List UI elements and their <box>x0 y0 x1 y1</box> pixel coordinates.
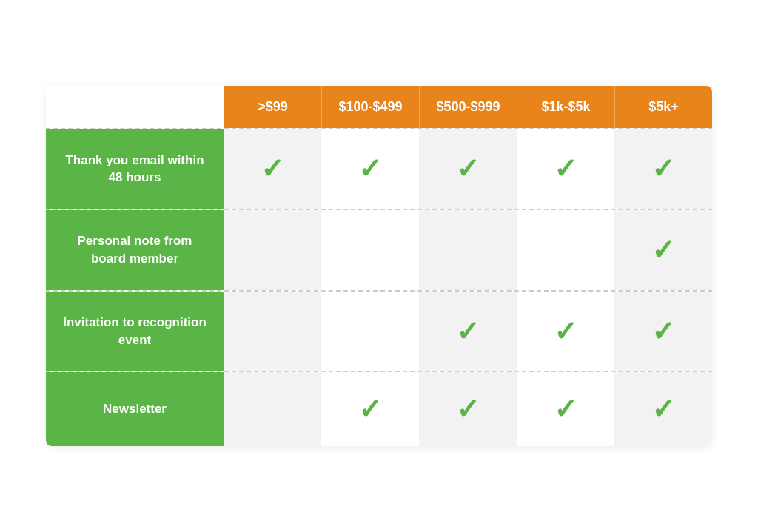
checkmark-icon: ✓ <box>456 395 480 423</box>
cell-row1-col1: ✓ <box>224 129 321 209</box>
cell-row2-col4 <box>517 210 614 290</box>
header-cell-col3: $500-$999 <box>419 86 517 128</box>
cell-row2-col3 <box>419 210 517 290</box>
cell-row2-col2 <box>321 210 419 290</box>
cell-row3-col3: ✓ <box>419 292 517 371</box>
comparison-table: >$99$100-$499$500-$999$1k-$5k$5k+ Thank … <box>46 86 712 447</box>
header-cell-col2: $100-$499 <box>321 86 419 128</box>
table-row-row1: Thank you email within 48 hours✓✓✓✓✓ <box>46 128 712 209</box>
cell-row4-col3: ✓ <box>419 372 517 446</box>
row-label-row2: Personal note from board member <box>46 210 224 290</box>
cell-row3-col4: ✓ <box>517 292 614 371</box>
checkmark-icon: ✓ <box>554 317 577 346</box>
header-cell-col1: >$99 <box>224 86 321 128</box>
table-row-row2: Personal note from board member✓ <box>46 209 712 290</box>
table-header: >$99$100-$499$500-$999$1k-$5k$5k+ <box>46 86 712 128</box>
cell-row1-col5: ✓ <box>614 129 712 209</box>
cell-row1-col2: ✓ <box>321 129 419 209</box>
cell-row2-col5: ✓ <box>614 210 712 290</box>
checkmark-icon: ✓ <box>651 155 675 183</box>
cell-row1-col3: ✓ <box>419 129 517 209</box>
checkmark-icon: ✓ <box>554 395 577 423</box>
cell-row3-col2 <box>321 292 419 371</box>
checkmark-icon: ✓ <box>651 317 675 346</box>
row-label-row4: Newsletter <box>46 372 224 446</box>
cell-row2-col1 <box>224 210 321 290</box>
checkmark-icon: ✓ <box>456 317 480 346</box>
checkmark-icon: ✓ <box>456 155 480 183</box>
header-empty-cell <box>46 86 224 128</box>
cell-row1-col4: ✓ <box>517 129 614 209</box>
row-label-row3: Invitation to recognition event <box>46 292 224 371</box>
cell-row4-col2: ✓ <box>321 372 419 446</box>
table-row-row4: Newsletter✓✓✓✓ <box>46 371 712 446</box>
checkmark-icon: ✓ <box>651 236 675 264</box>
checkmark-icon: ✓ <box>358 155 382 183</box>
checkmark-icon: ✓ <box>554 155 577 183</box>
checkmark-icon: ✓ <box>651 395 675 423</box>
header-cell-col4: $1k-$5k <box>517 86 614 128</box>
table-row-row3: Invitation to recognition event✓✓✓ <box>46 290 712 371</box>
header-cell-col5: $5k+ <box>614 86 712 128</box>
row-label-row1: Thank you email within 48 hours <box>46 129 224 209</box>
cell-row4-col4: ✓ <box>517 372 614 446</box>
checkmark-icon: ✓ <box>261 155 284 183</box>
cell-row4-col1 <box>224 372 321 446</box>
cell-row3-col5: ✓ <box>614 292 712 371</box>
cell-row4-col5: ✓ <box>614 372 712 446</box>
checkmark-icon: ✓ <box>358 395 382 423</box>
cell-row3-col1 <box>224 292 321 371</box>
